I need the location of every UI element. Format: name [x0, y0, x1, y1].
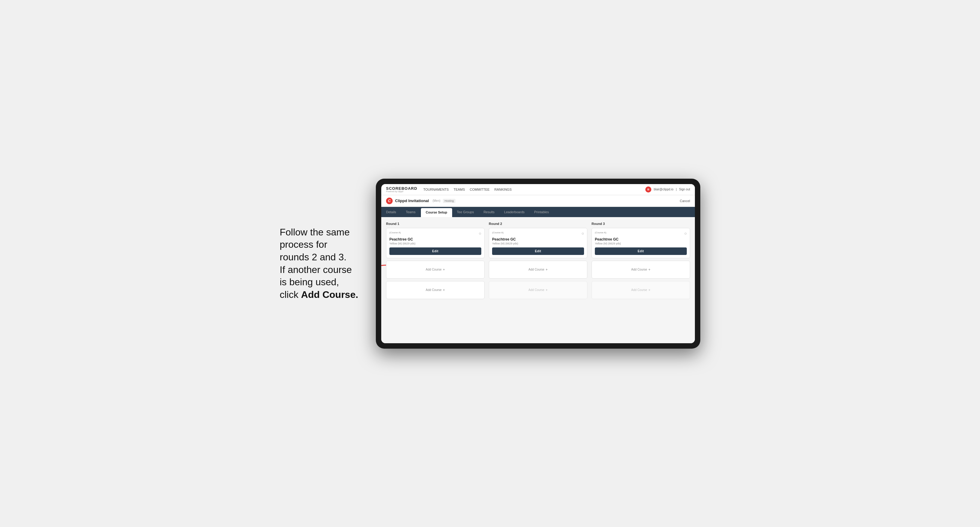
tournament-title: Clippd Invitational — [395, 198, 429, 203]
tab-leaderboards[interactable]: Leaderboards — [499, 207, 529, 217]
tab-course-setup[interactable]: Course Setup — [421, 208, 452, 217]
instruction-text: Follow the same process for rounds 2 and… — [280, 226, 364, 301]
edit-course-button-r3[interactable]: Edit — [595, 248, 687, 255]
round-2-label: Round 2 — [489, 222, 587, 225]
nav-tournaments[interactable]: TOURNAMENTS — [423, 186, 449, 192]
add-course-button-r3-1[interactable]: Add Course + — [592, 260, 690, 279]
instruction-line2: process for — [280, 239, 327, 250]
edit-course-button-r2[interactable]: Edit — [492, 248, 584, 255]
clippd-logo: C — [386, 198, 393, 204]
tab-tee-groups[interactable]: Tee Groups — [452, 207, 479, 217]
tab-details[interactable]: Details — [381, 207, 401, 217]
round-1-course-card: (Course A) ○ Peachtree GC Yellow (M) (66… — [386, 228, 485, 258]
logo-subtitle: Powered by clippd — [386, 190, 417, 192]
tab-teams[interactable]: Teams — [401, 207, 420, 217]
main-content: Round 1 (Course A) ○ Peachtree GC Yellow… — [381, 217, 695, 343]
add-course-label-r3-2: Add Course — [631, 288, 647, 292]
round-2-column: Round 2 (Course A) ○ Peachtree GC Yellow… — [489, 222, 587, 302]
nav-rankings[interactable]: RANKINGS — [495, 186, 512, 192]
add-course-button-r3-2: Add Course + — [592, 281, 690, 299]
tournament-info: C Clippd Invitational (Men) Hosting — [386, 198, 455, 204]
course-detail: Yellow (M) (6629 yds) — [389, 242, 481, 245]
round-1-label: Round 1 — [386, 222, 485, 225]
course-tag-r2: (Course A) — [492, 231, 504, 234]
nav-links: TOURNAMENTS TEAMS COMMITTEE RANKINGS — [423, 186, 639, 192]
round-2-course-card: (Course A) ○ Peachtree GC Yellow (M) (66… — [489, 228, 587, 258]
course-name-r3: Peachtree GC — [595, 237, 687, 241]
logo-title: SCOREBOARD — [386, 186, 417, 190]
user-avatar: B — [645, 186, 651, 192]
cancel-button[interactable]: Cancel — [680, 199, 690, 203]
course-card-header-r2: (Course A) ○ — [492, 231, 584, 235]
rounds-grid: Round 1 (Course A) ○ Peachtree GC Yellow… — [386, 222, 690, 302]
course-remove-button-r2[interactable]: ○ — [582, 231, 584, 235]
scoreboard-logo: SCOREBOARD Powered by clippd — [386, 186, 417, 192]
add-course-button-r1-2[interactable]: Add Course + — [386, 281, 485, 299]
add-course-wrapper: Add Course + — [386, 260, 485, 279]
nav-committee[interactable]: COMMITTEE — [470, 186, 490, 192]
course-card-header-r3: (Course A) ○ — [595, 231, 687, 235]
round-3-course-card: (Course A) ○ Peachtree GC Yellow (M) (66… — [592, 228, 690, 258]
add-course-label-r2-2: Add Course — [528, 288, 544, 292]
instruction-line3: rounds 2 and 3. — [280, 252, 347, 262]
course-tag: (Course A) — [389, 231, 401, 234]
nav-separator: | — [676, 188, 677, 191]
add-course-plus-r2-2: + — [546, 288, 548, 292]
add-course-label-r2: Add Course — [528, 268, 544, 271]
add-course-plus-2: + — [443, 288, 445, 292]
page-wrapper: Follow the same process for rounds 2 and… — [280, 179, 700, 349]
instruction-bold: Add Course. — [301, 289, 358, 300]
add-course-button-r2-2: Add Course + — [489, 281, 587, 299]
add-course-plus-r3: + — [648, 268, 651, 272]
course-name-r2: Peachtree GC — [492, 237, 584, 241]
add-course-plus: + — [443, 268, 445, 272]
round-3-column: Round 3 (Course A) ○ Peachtree GC Yellow… — [592, 222, 690, 302]
add-course-button-r1-1[interactable]: Add Course + — [386, 260, 485, 279]
nav-teams[interactable]: TEAMS — [453, 186, 465, 192]
add-course-label-2: Add Course — [426, 288, 442, 292]
top-navigation: SCOREBOARD Powered by clippd TOURNAMENTS… — [381, 184, 695, 195]
course-tag-r3: (Course A) — [595, 231, 606, 234]
tournament-gender: (Men) — [433, 199, 441, 202]
add-course-label-r3: Add Course — [631, 268, 647, 271]
tab-printables[interactable]: Printables — [529, 207, 554, 217]
nav-right: B blair@clippd.io | Sign out — [645, 186, 690, 192]
instruction-line1: Follow the same — [280, 227, 350, 238]
add-course-plus-r2: + — [546, 268, 548, 272]
instruction-line5: is being used, — [280, 276, 339, 287]
instruction-line6: click — [280, 289, 301, 300]
user-email: blair@clippd.io — [654, 188, 674, 191]
tab-results[interactable]: Results — [479, 207, 499, 217]
hosting-badge: Hosting — [443, 199, 456, 203]
course-detail-r3: Yellow (M) (6629 yds) — [595, 242, 687, 245]
round-1-column: Round 1 (Course A) ○ Peachtree GC Yellow… — [386, 222, 485, 302]
tablet-screen: SCOREBOARD Powered by clippd TOURNAMENTS… — [381, 184, 695, 343]
tournament-bar: C Clippd Invitational (Men) Hosting Canc… — [381, 195, 695, 207]
instruction-line4: If another course — [280, 264, 352, 275]
tabs-bar: Details Teams Course Setup Tee Groups Re… — [381, 207, 695, 217]
sign-out-link[interactable]: Sign out — [679, 188, 690, 191]
course-detail-r2: Yellow (M) (6629 yds) — [492, 242, 584, 245]
round-3-label: Round 3 — [592, 222, 690, 225]
add-course-button-r2-1[interactable]: Add Course + — [489, 260, 587, 279]
tablet-device: SCOREBOARD Powered by clippd TOURNAMENTS… — [376, 179, 700, 349]
add-course-plus-r3-2: + — [648, 288, 651, 292]
course-name: Peachtree GC — [389, 237, 481, 241]
course-remove-button-r3[interactable]: ○ — [684, 231, 687, 235]
add-course-label: Add Course — [426, 268, 442, 271]
course-remove-button[interactable]: ○ — [479, 231, 481, 235]
course-card-header: (Course A) ○ — [389, 231, 481, 235]
edit-course-button[interactable]: Edit — [389, 248, 481, 255]
